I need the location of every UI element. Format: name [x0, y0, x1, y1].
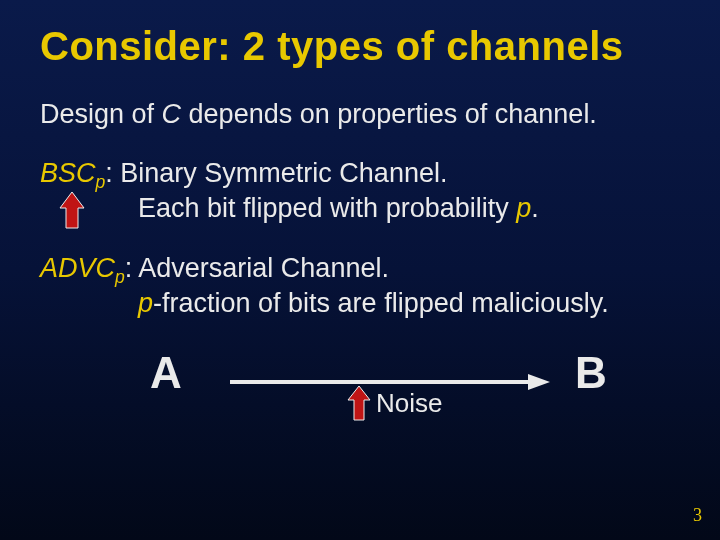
arrow-right-icon	[230, 374, 550, 380]
bsc-line2-p: p	[516, 193, 531, 223]
noise-label: Noise	[376, 388, 442, 419]
node-b: B	[575, 348, 607, 398]
advc-line1: Adversarial Channel.	[138, 253, 389, 283]
diagram: A B Noise	[40, 348, 680, 438]
up-arrow-icon	[58, 190, 86, 230]
noise-up-arrow-icon	[346, 384, 372, 422]
node-a: A	[150, 348, 182, 398]
bsc-line2-suffix: .	[531, 193, 539, 223]
advc-colon: :	[125, 253, 139, 283]
advc-line2-suffix: -fraction of bits are flipped maliciousl…	[153, 288, 609, 318]
design-c: C	[162, 99, 182, 129]
bsc-line2-prefix: Each bit flipped with probability	[138, 193, 516, 223]
svg-marker-2	[528, 374, 550, 390]
advc-block: ADVCp: Adversarial Channel. p-fraction o…	[40, 253, 680, 320]
advc-line2: p-fraction of bits are flipped malicious…	[138, 288, 609, 318]
bsc-line2: Each bit flipped with probability p.	[138, 193, 539, 223]
advc-sub: p	[115, 267, 125, 287]
design-suffix: depends on properties of channel.	[181, 99, 597, 129]
advc-term: ADVC	[40, 253, 115, 283]
bsc-colon: :	[105, 158, 120, 188]
svg-marker-0	[60, 192, 84, 228]
bsc-term: BSC	[40, 158, 96, 188]
design-line: Design of C depends on properties of cha…	[40, 99, 680, 130]
bsc-block: BSCp: Binary Symmetric Channel. Each bit…	[40, 158, 680, 225]
bsc-line1: Binary Symmetric Channel.	[120, 158, 447, 188]
page-number: 3	[693, 505, 702, 526]
slide-title: Consider: 2 types of channels	[40, 24, 680, 69]
design-prefix: Design of	[40, 99, 162, 129]
bsc-sub: p	[96, 172, 106, 192]
advc-line2-p: p	[138, 288, 153, 318]
svg-marker-3	[348, 386, 370, 420]
slide: Consider: 2 types of channels Design of …	[0, 0, 720, 540]
